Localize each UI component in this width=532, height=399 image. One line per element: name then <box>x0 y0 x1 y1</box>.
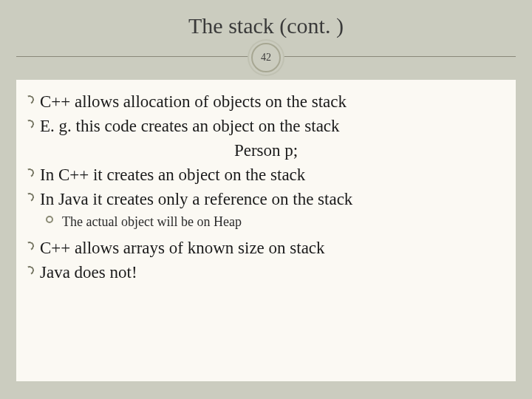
bullet-text: C++ allows allocation of objects on the … <box>40 90 347 113</box>
swirl-bullet-icon <box>24 261 38 280</box>
bullet-item: E. g. this code creates an object on the… <box>24 115 508 137</box>
swirl-bullet-icon <box>24 115 38 134</box>
bullet-text: In Java it creates only a reference on t… <box>40 188 352 211</box>
circle-bullet-icon <box>46 212 58 228</box>
swirl-bullet-icon <box>24 163 38 183</box>
bullet-item: Java does not! <box>24 261 508 284</box>
swirl-bullet-icon <box>24 188 38 207</box>
code-line: Person p; <box>24 139 508 162</box>
content-panel: C++ allows allocation of objects on the … <box>16 80 516 381</box>
title-divider: 42 <box>0 43 532 72</box>
bullet-text: E. g. this code creates an object on the… <box>40 115 340 137</box>
sub-bullet-item: The actual object will be on Heap <box>24 212 508 232</box>
bullet-text: In C++ it creates an object on the stack <box>40 163 305 186</box>
bullet-text: C++ allows arrays of known size on stack <box>40 236 325 259</box>
slide: The stack (cont. ) 42 C++ allows allocat… <box>0 0 532 399</box>
swirl-bullet-icon <box>24 90 38 109</box>
bullet-item: In Java it creates only a reference on t… <box>24 188 508 211</box>
bullet-item: C++ allows arrays of known size on stack <box>24 236 508 259</box>
bullet-text: Java does not! <box>40 261 137 284</box>
page-number-badge: 42 <box>251 43 281 72</box>
sub-bullet-text: The actual object will be on Heap <box>62 212 242 232</box>
bullet-item: C++ allows allocation of objects on the … <box>24 90 508 113</box>
swirl-bullet-icon <box>24 236 38 256</box>
bullet-item: In C++ it creates an object on the stack <box>24 163 508 186</box>
slide-title: The stack (cont. ) <box>0 0 532 38</box>
